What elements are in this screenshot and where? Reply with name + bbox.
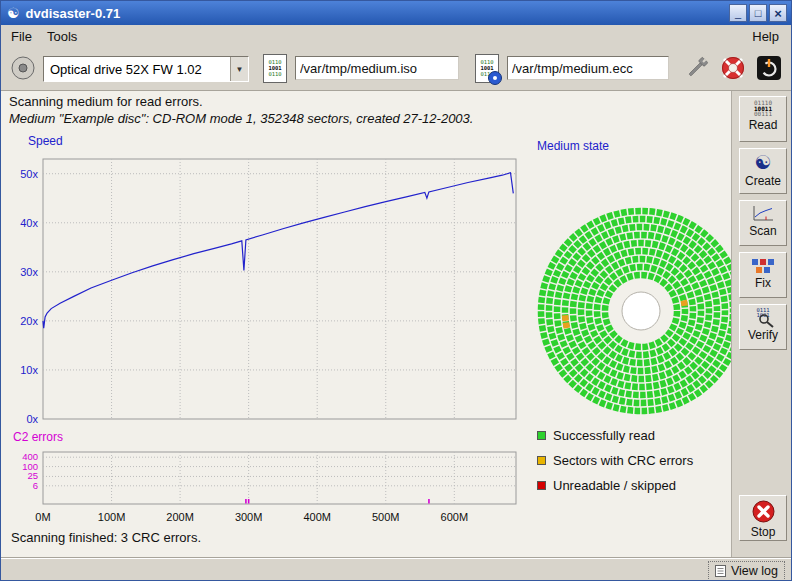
window-title: dvdisaster-0.71 — [26, 6, 121, 21]
menu-file[interactable]: File — [5, 28, 38, 45]
toolbar: Optical drive 52X FW 1.02 ▼ 0110 1001 01… — [1, 47, 791, 91]
read-button[interactable]: 01110 10011 00111 Read — [739, 96, 787, 142]
close-button[interactable]: × — [769, 4, 787, 22]
ecc-file-icon[interactable]: 0110 1001 0110 — [475, 54, 499, 83]
menubar: File Tools Help — [1, 25, 791, 47]
stop-button[interactable]: Stop — [739, 495, 787, 541]
svg-text:10x: 10x — [20, 364, 38, 376]
maximize-icon: □ — [755, 7, 762, 19]
c2-errors-label: C2 errors — [13, 430, 63, 444]
disc-chart — [531, 201, 751, 421]
view-log-button[interactable]: View log — [708, 561, 785, 581]
wrench-icon — [683, 54, 711, 82]
quit-button[interactable] — [755, 54, 783, 82]
power-icon — [755, 54, 783, 82]
minimize-icon: _ — [735, 7, 741, 19]
ecc-badge-icon — [488, 71, 502, 85]
fix-blocks-icon — [751, 256, 775, 275]
svg-text:0x: 0x — [26, 413, 38, 425]
app-window: ☯ dvdisaster-0.71 _ □ × File Tools Help … — [0, 0, 792, 581]
menu-tools[interactable]: Tools — [41, 28, 83, 45]
svg-text:0M: 0M — [35, 511, 50, 523]
svg-text:50x: 50x — [20, 168, 38, 180]
preferences-button[interactable] — [683, 54, 711, 82]
minimize-button[interactable]: _ — [729, 4, 747, 22]
legend-swatch-unreadable — [537, 481, 546, 490]
iso-file-icon[interactable]: 0110 1001 0110 — [263, 54, 287, 83]
svg-text:40x: 40x — [20, 217, 38, 229]
stop-icon — [751, 499, 776, 524]
medium-state-label: Medium state — [537, 139, 609, 153]
drive-icon — [9, 54, 37, 82]
close-icon: × — [774, 6, 782, 21]
drive-icon-button[interactable] — [9, 54, 37, 82]
status-line-2: Medium "Example disc": CD-ROM mode 1, 35… — [9, 111, 473, 126]
verify-button[interactable]: 0111 1001 Verify — [739, 304, 787, 350]
iso-path-input[interactable] — [295, 56, 459, 80]
legend-item-crc: Sectors with CRC errors — [537, 452, 693, 468]
yin-yang-icon: ☯ — [754, 152, 771, 173]
speed-chart-label: Speed — [28, 134, 63, 148]
magnifier-icon — [758, 314, 776, 328]
svg-text:100M: 100M — [98, 511, 126, 523]
c2-chart: 4001002560M100M200M300M400M500M600M — [1, 444, 523, 536]
create-button[interactable]: ☯ Create — [739, 148, 787, 194]
speed-chart: 0x10x20x30x40x50x — [1, 149, 523, 427]
fix-button[interactable]: Fix — [739, 252, 787, 298]
svg-text:20x: 20x — [20, 315, 38, 327]
svg-text:6: 6 — [33, 480, 38, 491]
bottombar: View log — [1, 557, 791, 581]
dropdown-arrow-icon[interactable]: ▼ — [230, 57, 248, 81]
scan-graph-icon — [751, 204, 775, 223]
status-line-1: Scanning medium for read errors. — [9, 94, 203, 109]
read-icon: 01110 10011 00111 — [754, 100, 772, 117]
legend-swatch-crc — [537, 456, 546, 465]
svg-text:400M: 400M — [303, 511, 331, 523]
svg-text:30x: 30x — [20, 266, 38, 278]
svg-text:500M: 500M — [372, 511, 400, 523]
legend-swatch-read — [537, 431, 546, 440]
drive-select-value: Optical drive 52X FW 1.02 — [44, 62, 230, 77]
window-controls: _ □ × — [729, 4, 787, 22]
lifebuoy-help-icon — [719, 54, 747, 82]
maximize-button[interactable]: □ — [749, 4, 767, 22]
legend-item-unreadable: Unreadable / skipped — [537, 477, 676, 493]
svg-text:200M: 200M — [166, 511, 194, 523]
ecc-path-input[interactable] — [507, 56, 669, 80]
app-icon: ☯ — [7, 5, 20, 21]
svg-text:300M: 300M — [235, 511, 263, 523]
menu-help[interactable]: Help — [746, 28, 785, 45]
legend-item-read: Successfully read — [537, 427, 655, 443]
scan-button[interactable]: Scan — [739, 200, 787, 246]
log-icon — [715, 565, 726, 577]
drive-select[interactable]: Optical drive 52X FW 1.02 ▼ — [43, 56, 249, 82]
scan-result-text: Scanning finished: 3 CRC errors. — [11, 530, 201, 545]
help-button[interactable] — [719, 54, 747, 82]
action-sidebar: 01110 10011 00111 Read ☯ Create Scan — [731, 91, 792, 557]
titlebar[interactable]: ☯ dvdisaster-0.71 _ □ × — [1, 1, 791, 25]
svg-text:600M: 600M — [441, 511, 469, 523]
